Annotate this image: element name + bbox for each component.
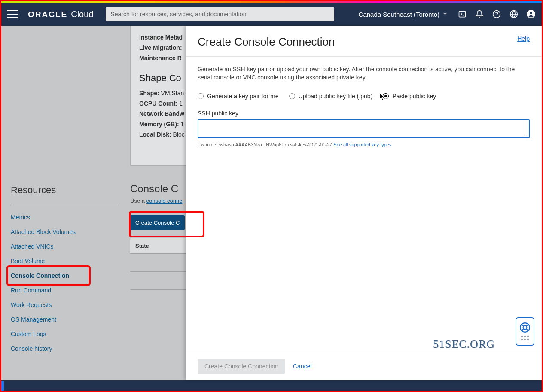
- global-search[interactable]: [106, 7, 334, 21]
- region-selector[interactable]: Canada Southeast (Toronto): [359, 11, 448, 18]
- svg-rect-14: [521, 336, 523, 337]
- memory-value: 1: [180, 121, 184, 128]
- sidebar-title: Resources: [11, 185, 118, 196]
- taskbar-accent: [1, 381, 4, 391]
- radio-icon: [289, 93, 295, 99]
- region-label: Canada Southeast (Toronto): [359, 11, 439, 18]
- oracle-cloud-logo[interactable]: ORACLE Cloud: [28, 9, 94, 19]
- svg-line-10: [522, 324, 524, 326]
- svg-rect-16: [527, 336, 529, 337]
- sidebar-item-metrics[interactable]: Metrics: [11, 210, 118, 225]
- svg-line-11: [526, 329, 528, 331]
- announcements-icon[interactable]: [475, 9, 484, 19]
- globe-icon[interactable]: [509, 9, 519, 19]
- maintenance-label: Maintenance R: [139, 55, 182, 61]
- cancel-button[interactable]: Cancel: [293, 363, 312, 370]
- sidebar-item-console-connection[interactable]: Console Connection: [11, 268, 118, 283]
- radio-icon: [198, 93, 204, 99]
- ocpu-label: OCPU Count:: [139, 100, 177, 107]
- supported-key-types-link[interactable]: See all supported key types: [333, 142, 391, 147]
- radio-upload-key[interactable]: Upload public key file (.pub): [289, 93, 373, 100]
- panel-description: Generate an SSH key pair or upload your …: [198, 65, 530, 82]
- panel-help-link[interactable]: Help: [517, 35, 530, 42]
- sidebar-item-custom-logs[interactable]: Custom Logs: [11, 327, 118, 341]
- live-migration-label: Live Migration:: [139, 44, 182, 51]
- svg-rect-17: [521, 339, 523, 340]
- sidebar-item-console-history[interactable]: Console history: [11, 341, 118, 356]
- watermark-text: 51SEC.ORG: [433, 338, 495, 351]
- panel-title: Create Console Connection: [198, 35, 335, 49]
- hamburger-menu-icon[interactable]: [7, 10, 18, 18]
- ssh-public-key-textarea[interactable]: [198, 119, 530, 138]
- sidebar-item-run-command[interactable]: Run Command: [11, 283, 118, 298]
- instance-metadata-label: Instance Metad: [139, 34, 183, 41]
- lifebuoy-icon: [519, 322, 531, 333]
- memory-label: Memory (GB):: [139, 121, 179, 128]
- header-icons: [458, 9, 536, 19]
- sidebar-item-os-management[interactable]: OS Management: [11, 312, 118, 327]
- resources-sidebar: Resources MetricsAttached Block VolumesA…: [11, 185, 118, 356]
- logo-product: Cloud: [71, 9, 93, 19]
- create-console-connection-submit[interactable]: Create Console Connection: [198, 359, 285, 374]
- profile-icon[interactable]: [526, 9, 536, 19]
- sidebar-item-boot-volume[interactable]: Boot Volume: [11, 254, 118, 268]
- search-input[interactable]: [111, 11, 329, 18]
- cursor-icon: [379, 93, 385, 100]
- shape-value: VM.Stan: [161, 90, 184, 97]
- svg-rect-19: [527, 339, 529, 340]
- shape-label: Shape:: [139, 90, 159, 97]
- sidebar-item-work-requests[interactable]: Work Requests: [11, 298, 118, 312]
- help-icon[interactable]: [492, 9, 501, 19]
- ocpu-value: 1: [179, 100, 183, 107]
- app-header: ORACLE Cloud Canada Southeast (Toronto): [1, 3, 542, 26]
- svg-point-7: [530, 12, 532, 14]
- grid-icon: [521, 336, 529, 341]
- sidebar-item-attached-vnics[interactable]: Attached VNICs: [11, 239, 118, 254]
- logo-brand: ORACLE: [28, 10, 67, 19]
- radio-paste-key[interactable]: Paste public key: [383, 93, 436, 100]
- create-console-connection-panel: Create Console Connection Help Generate …: [186, 26, 542, 380]
- radio-generate-key[interactable]: Generate a key pair for me: [198, 93, 279, 100]
- ssh-public-key-label: SSH public key: [198, 110, 530, 117]
- sidebar-item-attached-block-volumes[interactable]: Attached Block Volumes: [11, 225, 118, 239]
- console-connection-doc-link[interactable]: console conne: [146, 198, 183, 204]
- ssh-example-line: Example: ssh-rsa AAAAB3Nza...NWap6Prb ss…: [198, 142, 530, 147]
- cloud-shell-icon[interactable]: [458, 9, 467, 19]
- create-console-connection-button[interactable]: Create Console C: [130, 215, 185, 230]
- network-bandwidth-label: Network Bandw: [139, 110, 184, 117]
- footer-strip: [1, 380, 542, 391]
- support-widget[interactable]: [516, 317, 534, 346]
- key-source-radio-group: Generate a key pair for me Upload public…: [198, 93, 530, 100]
- local-disk-value: Bloc: [173, 131, 185, 138]
- local-disk-label: Local Disk:: [139, 131, 171, 138]
- chevron-down-icon: [442, 11, 448, 18]
- svg-line-13: [522, 329, 524, 331]
- svg-point-9: [523, 326, 527, 330]
- svg-rect-18: [524, 339, 526, 340]
- svg-rect-15: [524, 336, 526, 337]
- svg-line-12: [526, 324, 528, 326]
